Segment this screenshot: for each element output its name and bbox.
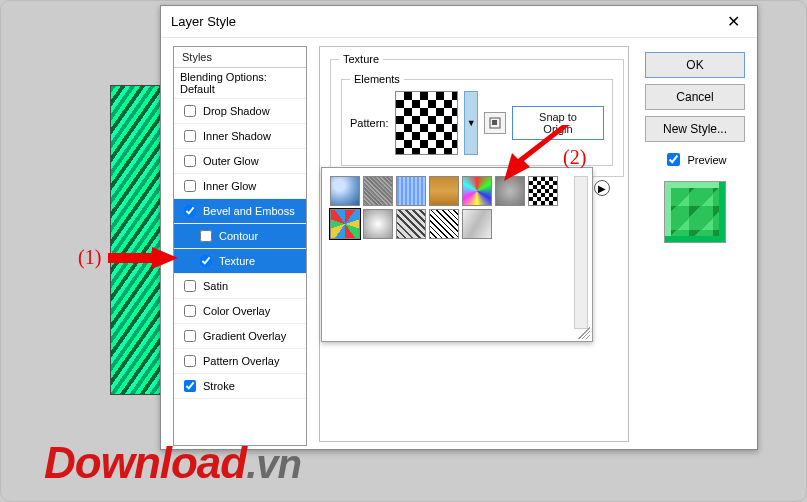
style-checkbox[interactable] xyxy=(184,280,196,292)
style-checkbox[interactable] xyxy=(184,105,196,117)
pattern-thumb[interactable] xyxy=(429,209,459,239)
popup-flyout-icon[interactable]: ▶ xyxy=(594,180,610,196)
svg-rect-1 xyxy=(492,120,497,125)
style-preview-thumbnail xyxy=(664,181,726,243)
styles-list: Drop ShadowInner ShadowOuter GlowInner G… xyxy=(174,99,306,399)
style-checkbox[interactable] xyxy=(184,205,196,217)
watermark-main: Download xyxy=(44,438,246,487)
texture-legend: Texture xyxy=(339,53,383,65)
style-item-label: Bevel and Emboss xyxy=(203,205,295,217)
styles-panel: Styles Blending Options: Default Drop Sh… xyxy=(173,46,307,446)
pattern-thumb[interactable] xyxy=(330,209,360,239)
pattern-thumb[interactable] xyxy=(363,209,393,239)
pattern-thumb[interactable] xyxy=(462,209,492,239)
style-item-color-overlay[interactable]: Color Overlay xyxy=(174,299,306,324)
style-item-inner-glow[interactable]: Inner Glow xyxy=(174,174,306,199)
style-item-label: Stroke xyxy=(203,380,235,392)
pattern-thumb[interactable] xyxy=(363,176,393,206)
annotation-1-label: (1) xyxy=(78,246,101,269)
style-item-inner-shadow[interactable]: Inner Shadow xyxy=(174,124,306,149)
dialog-body: Styles Blending Options: Default Drop Sh… xyxy=(161,38,757,449)
annotation-2-arrow-icon xyxy=(504,125,570,181)
pattern-picker-popup: ▶ xyxy=(321,167,593,342)
dialog-right-column: OK Cancel New Style... Preview xyxy=(645,52,745,243)
style-item-label: Pattern Overlay xyxy=(203,355,279,367)
svg-marker-2 xyxy=(108,247,178,269)
dialog-title: Layer Style xyxy=(171,14,236,29)
pattern-thumbs-grid xyxy=(330,176,574,239)
style-item-contour[interactable]: Contour xyxy=(174,224,306,249)
resize-grip-icon[interactable] xyxy=(578,327,590,339)
pattern-thumb[interactable] xyxy=(396,176,426,206)
style-item-texture[interactable]: Texture xyxy=(174,249,306,274)
elements-legend: Elements xyxy=(350,73,404,85)
style-item-label: Contour xyxy=(219,230,258,242)
style-item-label: Satin xyxy=(203,280,228,292)
new-style-button[interactable]: New Style... xyxy=(645,116,745,142)
style-item-label: Gradient Overlay xyxy=(203,330,286,342)
blending-options-row[interactable]: Blending Options: Default xyxy=(174,68,306,99)
watermark-suffix: .vn xyxy=(246,442,301,486)
new-preset-icon[interactable] xyxy=(484,112,506,134)
ok-button[interactable]: OK xyxy=(645,52,745,78)
style-item-bevel-and-emboss[interactable]: Bevel and Emboss xyxy=(174,199,306,224)
style-item-stroke[interactable]: Stroke xyxy=(174,374,306,399)
style-checkbox[interactable] xyxy=(184,330,196,342)
close-icon[interactable]: ✕ xyxy=(713,8,753,36)
annotation-1-arrow-icon xyxy=(108,245,178,271)
style-item-drop-shadow[interactable]: Drop Shadow xyxy=(174,99,306,124)
style-checkbox[interactable] xyxy=(184,380,196,392)
pattern-thumb[interactable] xyxy=(330,176,360,206)
pattern-label: Pattern: xyxy=(350,117,389,129)
style-item-label: Color Overlay xyxy=(203,305,270,317)
preview-label: Preview xyxy=(687,154,726,166)
style-item-label: Inner Shadow xyxy=(203,130,271,142)
pattern-thumb[interactable] xyxy=(396,209,426,239)
style-item-label: Texture xyxy=(219,255,255,267)
style-checkbox[interactable] xyxy=(184,355,196,367)
layer-style-dialog: Layer Style ✕ Styles Blending Options: D… xyxy=(160,5,758,450)
titlebar: Layer Style ✕ xyxy=(161,6,757,38)
style-checkbox[interactable] xyxy=(184,180,196,192)
style-item-gradient-overlay[interactable]: Gradient Overlay xyxy=(174,324,306,349)
style-item-label: Inner Glow xyxy=(203,180,256,192)
style-item-outer-glow[interactable]: Outer Glow xyxy=(174,149,306,174)
style-checkbox[interactable] xyxy=(184,155,196,167)
styles-header[interactable]: Styles xyxy=(174,47,306,68)
popup-scrollbar[interactable] xyxy=(574,176,588,329)
style-item-label: Outer Glow xyxy=(203,155,259,167)
style-checkbox[interactable] xyxy=(184,130,196,142)
pattern-thumb[interactable] xyxy=(429,176,459,206)
preview-checkbox-row[interactable]: Preview xyxy=(645,150,745,169)
svg-marker-3 xyxy=(504,125,570,181)
pattern-dropdown-arrow-icon[interactable]: ▼ xyxy=(464,91,478,155)
style-checkbox[interactable] xyxy=(200,255,212,267)
pattern-swatch[interactable] xyxy=(395,91,459,155)
cancel-button[interactable]: Cancel xyxy=(645,84,745,110)
pattern-thumb[interactable] xyxy=(462,176,492,206)
style-checkbox[interactable] xyxy=(200,230,212,242)
style-item-pattern-overlay[interactable]: Pattern Overlay xyxy=(174,349,306,374)
watermark: Download.vn xyxy=(44,438,301,488)
preview-checkbox[interactable] xyxy=(667,153,680,166)
style-checkbox[interactable] xyxy=(184,305,196,317)
style-item-label: Drop Shadow xyxy=(203,105,270,117)
style-item-satin[interactable]: Satin xyxy=(174,274,306,299)
